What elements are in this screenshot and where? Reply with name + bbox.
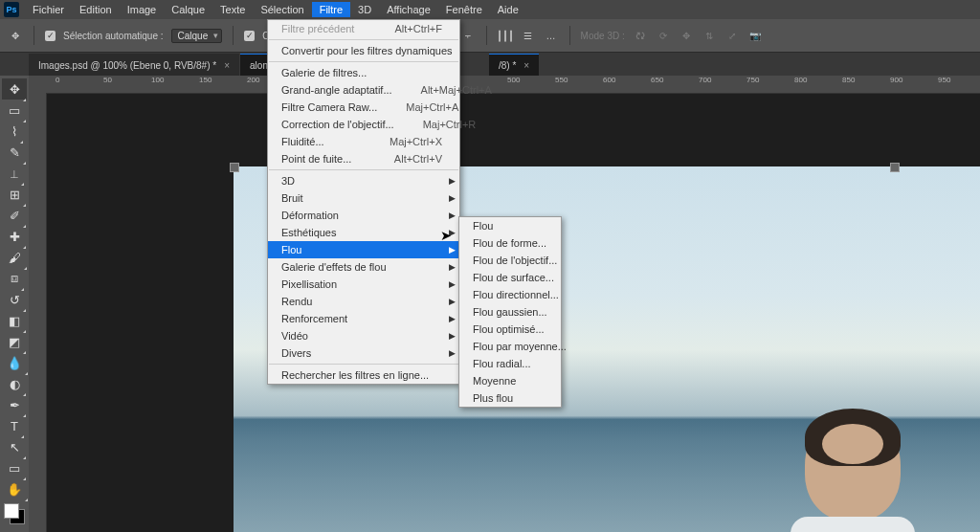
menuitem-label: Correction de l'objectif... [281,119,394,130]
menuitem-shortcut: Maj+Ctrl+R [394,119,477,130]
menuitem-flou-gaussien[interactable]: Flou gaussien... [459,303,561,321]
distribute-h-icon[interactable]: ┃┃┃ [498,28,513,43]
distribute-v-icon[interactable]: ☰ [521,28,536,43]
submenu-3d[interactable]: 3D▶ [268,172,459,189]
ruler-tick: 0 [56,76,59,84]
close-icon[interactable]: × [523,60,529,71]
show-controls-checkbox[interactable]: ✓ [244,31,255,41]
menu-calque[interactable]: Calque [164,2,212,17]
menu-filtre[interactable]: Filtre [312,2,350,17]
type-tool[interactable]: T [2,415,27,436]
eyedropper-tool[interactable]: ✐ [2,205,27,226]
chevron-right-icon: ▶ [449,348,456,358]
submenu-renforcement[interactable]: Renforcement▶ [268,310,459,327]
menuitem-filtre-precedent[interactable]: Filtre précédent Alt+Ctrl+F [268,20,459,37]
brush-tool[interactable]: 🖌 [2,247,27,268]
menuitem-convert-smart[interactable]: Convertir pour les filtres dynamiques [268,42,459,59]
menuitem-label: Flou de l'objectif... [473,255,557,266]
menuitem-galerie-filtres[interactable]: Galerie de filtres... [268,64,459,81]
menuitem-label: Flou de surface... [473,272,554,283]
ruler-origin[interactable] [29,76,47,94]
history-brush-tool[interactable]: ↺ [2,289,27,310]
menuitem-point-fuite[interactable]: Point de fuite...Alt+Ctrl+V [268,150,459,167]
transform-handle[interactable] [230,163,239,172]
menu-fenetre[interactable]: Fenêtre [438,2,490,17]
frame-tool[interactable]: ⊞ [2,184,27,205]
ruler-horizontal[interactable]: 0 50 100 150 200 500 550 600 650 700 750… [46,76,980,94]
autoselect-target[interactable]: Calque [171,29,223,43]
menu-3d[interactable]: 3D [350,2,379,17]
submenu-rendu[interactable]: Rendu▶ [268,293,459,310]
menuitem-flou[interactable]: Flou [459,217,561,234]
menuitem-flou-objectif[interactable]: Flou de l'objectif... [459,252,561,269]
align-bottom-icon[interactable]: ⫟ [460,28,476,43]
ruler-tick: 700 [699,76,711,84]
submenu-bruit[interactable]: Bruit▶ [268,189,459,207]
close-icon[interactable]: × [224,60,230,71]
menuitem-plus-flou[interactable]: Plus flou [459,389,561,407]
blur-tool[interactable]: 💧 [2,352,27,373]
doc-tab-1[interactable]: Images.psd @ 100% (Ebene 0, RVB/8#) *× [29,54,239,76]
menuitem-correction-objectif[interactable]: Correction de l'objectif...Maj+Ctrl+R [268,116,459,133]
menu-aide[interactable]: Aide [490,2,526,17]
menuitem-flou-surface[interactable]: Flou de surface... [459,269,561,286]
dodge-tool[interactable]: ◐ [2,373,27,394]
crop-tool[interactable]: ⟂ [2,163,27,184]
menuitem-camera-raw[interactable]: Filtre Camera Raw...Maj+Ctrl+A [268,99,459,116]
menu-selection[interactable]: Sélection [253,2,311,17]
submenu-esthetiques[interactable]: Esthétiques▶ [268,224,459,241]
photo-person [791,401,915,532]
heal-tool[interactable]: ✚ [2,226,27,247]
hand-tool[interactable]: ✋ [2,478,27,499]
submenu-flou[interactable]: Flou▶ [268,241,459,258]
menuitem-label: Point de fuite... [281,153,351,165]
menu-texte[interactable]: Texte [212,2,253,17]
submenu-pixellisation[interactable]: Pixellisation▶ [268,276,459,293]
menuitem-label: Divers [281,347,311,359]
quickselect-tool[interactable]: ✎ [2,142,27,163]
eraser-tool[interactable]: ◧ [2,310,27,331]
chevron-right-icon: ▶ [449,279,456,289]
menu-image[interactable]: Image [120,2,165,17]
menuitem-flou-forme[interactable]: Flou de forme... [459,234,561,252]
autoselect-checkbox[interactable]: ✓ [45,31,56,41]
transform-handle[interactable] [890,163,900,172]
chevron-right-icon: ▶ [449,262,456,272]
menuitem-flou-directionnel[interactable]: Flou directionnel... [459,286,561,303]
pen-tool[interactable]: ✒ [2,394,27,415]
lasso-tool[interactable]: ⌇ [2,121,27,142]
menu-fichier[interactable]: Fichier [25,2,72,17]
chevron-right-icon: ▶ [449,228,456,237]
menuitem-fluidite[interactable]: Fluidité...Maj+Ctrl+X [268,133,459,150]
menuitem-flou-optimise[interactable]: Flou optimisé... [459,321,561,338]
menuitem-label: Vidéo [281,330,308,342]
chevron-right-icon: ▶ [449,331,456,341]
color-swatches[interactable] [4,503,25,524]
menu-edition[interactable]: Edition [72,2,120,17]
submenu-video[interactable]: Vidéo▶ [268,327,459,344]
submenu-divers[interactable]: Divers▶ [268,344,459,362]
menuitem-grand-angle[interactable]: Grand-angle adaptatif...Alt+Maj+Ctrl+A [268,81,459,99]
stamp-tool[interactable]: ⧈ [2,268,27,289]
options-bar: ✥ ✓ Sélection automatique : Calque ✓ Opt… [0,19,980,53]
menuitem-flou-moyenne[interactable]: Flou par moyenne... [459,338,561,355]
move-tool[interactable]: ✥ [2,78,27,100]
menuitem-label: Flou directionnel... [473,289,559,300]
marquee-tool[interactable]: ▭ [2,100,27,121]
submenu-galerie-flou[interactable]: Galerie d'effets de flou▶ [268,258,459,276]
menuitem-shortcut: Maj+Ctrl+X [361,136,442,147]
menuitem-flou-radial[interactable]: Flou radial... [459,355,561,372]
path-tool[interactable]: ↖ [2,436,27,457]
menuitem-moyenne[interactable]: Moyenne [459,372,561,389]
doc-tab-2b[interactable]: /8) *× [489,54,539,76]
submenu-flou-dropdown: Flou Flou de forme... Flou de l'objectif… [458,216,562,408]
more-align-icon[interactable]: … [544,28,559,43]
menu-affichage[interactable]: Affichage [379,2,438,17]
submenu-deformation[interactable]: Déformation▶ [268,207,459,224]
menuitem-label: Rechercher les filtres en ligne... [281,369,429,381]
app-icon: Ps [4,2,19,17]
ruler-vertical[interactable] [29,93,47,532]
shape-tool[interactable]: ▭ [2,457,27,478]
gradient-tool[interactable]: ◩ [2,331,27,352]
menuitem-rechercher-filtres[interactable]: Rechercher les filtres en ligne... [268,366,459,384]
